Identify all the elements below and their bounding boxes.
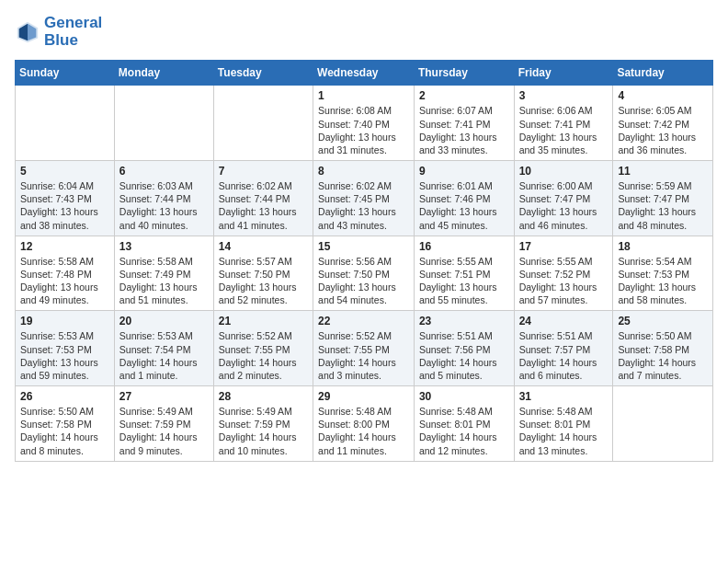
- calendar-cell: 1Sunrise: 6:08 AM Sunset: 7:40 PM Daylig…: [313, 86, 415, 161]
- day-info: Sunrise: 5:48 AM Sunset: 8:01 PM Dayligh…: [519, 405, 609, 457]
- calendar-cell: 21Sunrise: 5:52 AM Sunset: 7:55 PM Dayli…: [213, 311, 313, 386]
- logo-text: General Blue: [44, 15, 102, 49]
- day-info: Sunrise: 6:08 AM Sunset: 7:40 PM Dayligh…: [318, 104, 409, 156]
- logo: General Blue: [15, 15, 102, 49]
- calendar-week-row: 5Sunrise: 6:04 AM Sunset: 7:43 PM Daylig…: [16, 161, 713, 236]
- day-info: Sunrise: 5:51 AM Sunset: 7:57 PM Dayligh…: [519, 329, 609, 382]
- calendar-header-row: SundayMondayTuesdayWednesdayThursdayFrid…: [16, 61, 713, 86]
- calendar-cell: 12Sunrise: 5:58 AM Sunset: 7:48 PM Dayli…: [16, 236, 115, 311]
- day-number: 16: [419, 240, 509, 253]
- calendar-cell: 7Sunrise: 6:02 AM Sunset: 7:44 PM Daylig…: [213, 161, 313, 236]
- calendar-cell: [613, 386, 713, 462]
- day-number: 8: [318, 165, 409, 178]
- day-info: Sunrise: 6:01 AM Sunset: 7:46 PM Dayligh…: [419, 179, 509, 232]
- day-header-thursday: Thursday: [414, 61, 514, 86]
- day-number: 19: [20, 315, 109, 327]
- day-number: 21: [219, 315, 308, 327]
- day-info: Sunrise: 6:07 AM Sunset: 7:41 PM Dayligh…: [419, 104, 509, 156]
- day-info: Sunrise: 5:52 AM Sunset: 7:55 PM Dayligh…: [219, 329, 308, 382]
- day-info: Sunrise: 6:04 AM Sunset: 7:43 PM Dayligh…: [20, 179, 109, 232]
- calendar-cell: 23Sunrise: 5:51 AM Sunset: 7:56 PM Dayli…: [414, 311, 514, 386]
- calendar-cell: 19Sunrise: 5:53 AM Sunset: 7:53 PM Dayli…: [16, 311, 115, 386]
- day-number: 9: [419, 165, 509, 178]
- day-info: Sunrise: 6:06 AM Sunset: 7:41 PM Dayligh…: [519, 104, 609, 156]
- day-number: 5: [20, 165, 109, 178]
- calendar-cell: 5Sunrise: 6:04 AM Sunset: 7:43 PM Daylig…: [16, 161, 115, 236]
- day-number: 28: [219, 390, 308, 403]
- day-number: 7: [219, 165, 308, 178]
- day-header-wednesday: Wednesday: [313, 61, 415, 86]
- calendar-cell: 11Sunrise: 5:59 AM Sunset: 7:47 PM Dayli…: [613, 161, 713, 236]
- calendar-week-row: 26Sunrise: 5:50 AM Sunset: 7:58 PM Dayli…: [16, 386, 713, 462]
- logo-icon: [15, 19, 40, 45]
- day-header-sunday: Sunday: [16, 61, 115, 86]
- day-number: 4: [618, 89, 708, 102]
- day-number: 27: [119, 390, 209, 403]
- calendar-cell: 26Sunrise: 5:50 AM Sunset: 7:58 PM Dayli…: [16, 386, 115, 462]
- day-info: Sunrise: 5:57 AM Sunset: 7:50 PM Dayligh…: [219, 255, 308, 307]
- day-info: Sunrise: 5:54 AM Sunset: 7:53 PM Dayligh…: [618, 255, 708, 307]
- calendar-cell: 9Sunrise: 6:01 AM Sunset: 7:46 PM Daylig…: [414, 161, 514, 236]
- calendar-cell: 20Sunrise: 5:53 AM Sunset: 7:54 PM Dayli…: [114, 311, 213, 386]
- day-info: Sunrise: 6:02 AM Sunset: 7:44 PM Dayligh…: [219, 179, 308, 232]
- day-info: Sunrise: 5:49 AM Sunset: 7:59 PM Dayligh…: [219, 405, 308, 457]
- day-info: Sunrise: 5:51 AM Sunset: 7:56 PM Dayligh…: [419, 329, 509, 382]
- day-number: 30: [419, 390, 509, 403]
- calendar-cell: 17Sunrise: 5:55 AM Sunset: 7:52 PM Dayli…: [514, 236, 613, 311]
- day-header-saturday: Saturday: [613, 61, 713, 86]
- day-number: 24: [519, 315, 609, 327]
- day-info: Sunrise: 5:53 AM Sunset: 7:54 PM Dayligh…: [119, 329, 209, 382]
- day-header-tuesday: Tuesday: [213, 61, 313, 86]
- day-info: Sunrise: 5:49 AM Sunset: 7:59 PM Dayligh…: [119, 405, 209, 457]
- day-info: Sunrise: 5:58 AM Sunset: 7:48 PM Dayligh…: [20, 255, 109, 307]
- day-number: 25: [618, 315, 708, 327]
- calendar-cell: 2Sunrise: 6:07 AM Sunset: 7:41 PM Daylig…: [414, 86, 514, 161]
- day-number: 13: [119, 240, 209, 253]
- day-info: Sunrise: 6:03 AM Sunset: 7:44 PM Dayligh…: [119, 179, 209, 232]
- day-number: 15: [318, 240, 409, 253]
- day-header-friday: Friday: [514, 61, 613, 86]
- day-number: 31: [519, 390, 609, 403]
- day-info: Sunrise: 5:52 AM Sunset: 7:55 PM Dayligh…: [318, 329, 409, 382]
- calendar-cell: 18Sunrise: 5:54 AM Sunset: 7:53 PM Dayli…: [613, 236, 713, 311]
- calendar-cell: 13Sunrise: 5:58 AM Sunset: 7:49 PM Dayli…: [114, 236, 213, 311]
- calendar-cell: 22Sunrise: 5:52 AM Sunset: 7:55 PM Dayli…: [313, 311, 415, 386]
- day-number: 20: [119, 315, 209, 327]
- calendar-cell: 10Sunrise: 6:00 AM Sunset: 7:47 PM Dayli…: [514, 161, 613, 236]
- calendar-cell: 6Sunrise: 6:03 AM Sunset: 7:44 PM Daylig…: [114, 161, 213, 236]
- calendar-cell: 4Sunrise: 6:05 AM Sunset: 7:42 PM Daylig…: [613, 86, 713, 161]
- day-number: 14: [219, 240, 308, 253]
- page-header: General Blue: [15, 15, 713, 49]
- calendar-cell: 15Sunrise: 5:56 AM Sunset: 7:50 PM Dayli…: [313, 236, 415, 311]
- day-number: 1: [318, 89, 409, 102]
- calendar-cell: 24Sunrise: 5:51 AM Sunset: 7:57 PM Dayli…: [514, 311, 613, 386]
- day-info: Sunrise: 5:55 AM Sunset: 7:52 PM Dayligh…: [519, 255, 609, 307]
- day-info: Sunrise: 5:56 AM Sunset: 7:50 PM Dayligh…: [318, 255, 409, 307]
- day-number: 2: [419, 89, 509, 102]
- day-number: 29: [318, 390, 409, 403]
- day-info: Sunrise: 5:58 AM Sunset: 7:49 PM Dayligh…: [119, 255, 209, 307]
- day-info: Sunrise: 5:53 AM Sunset: 7:53 PM Dayligh…: [20, 329, 109, 382]
- calendar-week-row: 19Sunrise: 5:53 AM Sunset: 7:53 PM Dayli…: [16, 311, 713, 386]
- calendar-cell: 25Sunrise: 5:50 AM Sunset: 7:58 PM Dayli…: [613, 311, 713, 386]
- calendar-cell: 30Sunrise: 5:48 AM Sunset: 8:01 PM Dayli…: [414, 386, 514, 462]
- day-info: Sunrise: 5:50 AM Sunset: 7:58 PM Dayligh…: [618, 329, 708, 382]
- day-number: 17: [519, 240, 609, 253]
- calendar-cell: 28Sunrise: 5:49 AM Sunset: 7:59 PM Dayli…: [213, 386, 313, 462]
- day-number: 11: [618, 165, 708, 178]
- day-number: 10: [519, 165, 609, 178]
- day-info: Sunrise: 5:50 AM Sunset: 7:58 PM Dayligh…: [20, 405, 109, 457]
- day-number: 23: [419, 315, 509, 327]
- day-info: Sunrise: 5:48 AM Sunset: 8:00 PM Dayligh…: [318, 405, 409, 457]
- calendar-cell: [114, 86, 213, 161]
- calendar-cell: 14Sunrise: 5:57 AM Sunset: 7:50 PM Dayli…: [213, 236, 313, 311]
- calendar-cell: 16Sunrise: 5:55 AM Sunset: 7:51 PM Dayli…: [414, 236, 514, 311]
- day-info: Sunrise: 5:48 AM Sunset: 8:01 PM Dayligh…: [419, 405, 509, 457]
- day-info: Sunrise: 6:05 AM Sunset: 7:42 PM Dayligh…: [618, 104, 708, 156]
- calendar-cell: [16, 86, 115, 161]
- day-number: 3: [519, 89, 609, 102]
- day-info: Sunrise: 5:55 AM Sunset: 7:51 PM Dayligh…: [419, 255, 509, 307]
- day-number: 6: [119, 165, 209, 178]
- day-number: 12: [20, 240, 109, 253]
- calendar-table: SundayMondayTuesdayWednesdayThursdayFrid…: [15, 60, 713, 461]
